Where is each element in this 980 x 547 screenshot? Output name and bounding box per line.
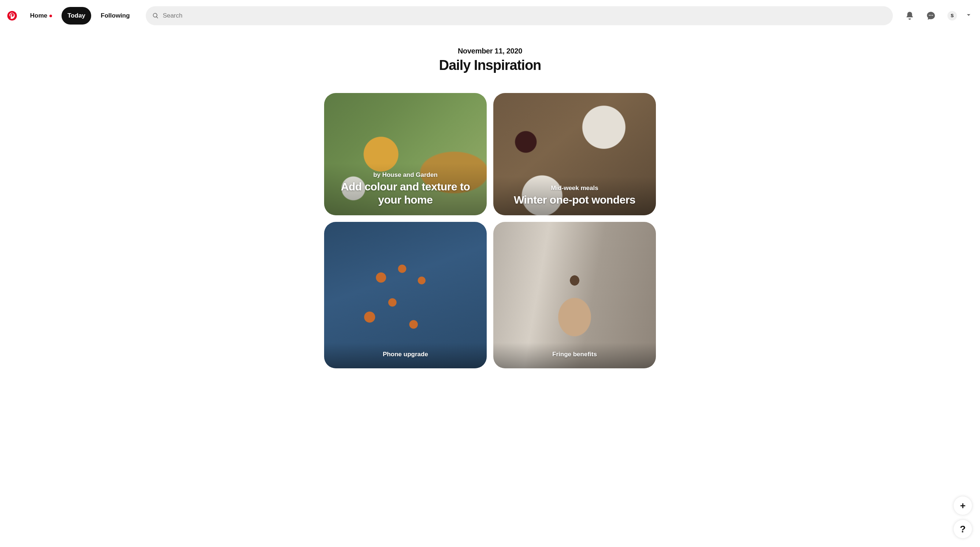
accounts-menu-button[interactable]: [965, 10, 973, 22]
inspiration-card[interactable]: by House and Garden Add colour and textu…: [324, 93, 487, 215]
card-subtitle: Fringe benefits: [502, 351, 647, 358]
page-title: Daily Inspiration: [0, 57, 980, 73]
search-container: [146, 6, 893, 25]
nav-today-label: Today: [67, 12, 85, 19]
home-notification-dot-icon: [49, 15, 52, 17]
nav-home-label: Home: [30, 12, 47, 19]
card-overlay: Fringe benefits: [493, 343, 656, 368]
avatar-initial: S: [951, 13, 954, 18]
nav-following-label: Following: [101, 12, 130, 19]
profile-button[interactable]: S: [943, 7, 961, 24]
card-overlay: Phone upgrade: [324, 343, 487, 368]
inspiration-card[interactable]: Mid-week meals Winter one-pot wonders: [493, 93, 656, 215]
inspiration-grid: by House and Garden Add colour and textu…: [0, 93, 980, 376]
today-date: November 11, 2020: [0, 47, 980, 55]
plus-icon: +: [960, 500, 965, 512]
chevron-down-icon: [966, 13, 971, 17]
card-title: Add colour and texture to your home: [333, 180, 478, 207]
bell-icon: [905, 11, 915, 21]
card-title: Winter one-pot wonders: [502, 193, 647, 207]
chat-icon: [926, 11, 936, 21]
nav-today[interactable]: Today: [62, 7, 91, 24]
messages-button[interactable]: [922, 7, 940, 24]
nav-following[interactable]: Following: [95, 7, 135, 24]
svg-point-0: [7, 11, 17, 21]
main-content: November 11, 2020 Daily Inspiration by H…: [0, 32, 980, 376]
card-subtitle: Mid-week meals: [502, 184, 647, 192]
help-button[interactable]: ?: [954, 520, 972, 538]
card-subtitle: by House and Garden: [333, 171, 478, 179]
search-icon: [152, 13, 159, 19]
header: Home Today Following S: [0, 0, 980, 32]
search-bar[interactable]: [146, 6, 893, 25]
question-icon: ?: [960, 523, 966, 535]
nav-home[interactable]: Home: [24, 7, 58, 24]
card-overlay: Mid-week meals Winter one-pot wonders: [493, 177, 656, 215]
notifications-button[interactable]: [901, 7, 918, 24]
card-overlay: by House and Garden Add colour and textu…: [324, 163, 487, 215]
inspiration-card[interactable]: Phone upgrade: [324, 222, 487, 368]
avatar: S: [947, 11, 957, 21]
inspiration-card[interactable]: Fringe benefits: [493, 222, 656, 368]
add-button[interactable]: +: [954, 496, 972, 515]
card-subtitle: Phone upgrade: [333, 351, 478, 358]
search-input[interactable]: [162, 12, 886, 19]
pinterest-logo[interactable]: [7, 11, 17, 21]
